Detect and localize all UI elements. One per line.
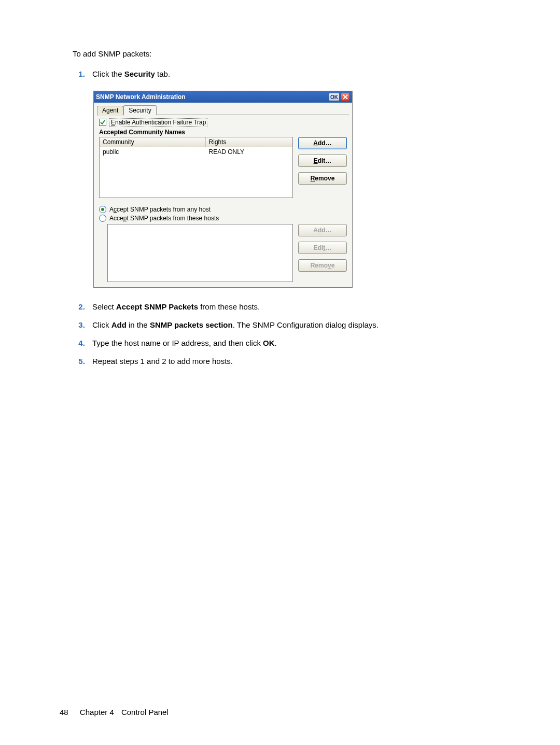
edit-host-button: Edit… bbox=[298, 242, 347, 254]
chapter-label: Chapter 4 bbox=[80, 708, 114, 716]
steps-top: Click the Security tab. bbox=[73, 69, 503, 78]
snmp-dialog: SNMP Network Administration OK Agent Sec… bbox=[93, 91, 353, 288]
step-1-pre: Click the bbox=[92, 69, 124, 78]
close-icon bbox=[343, 94, 348, 100]
tab-bar: Agent Security bbox=[97, 105, 349, 115]
dialog-title: SNMP Network Administration bbox=[96, 93, 327, 101]
step-5: Repeat steps 1 and 2 to add more hosts. bbox=[87, 357, 503, 366]
step-3-text: Click Add in the SNMP packets section. T… bbox=[92, 320, 379, 329]
intro-text: To add SNMP packets: bbox=[73, 49, 503, 58]
radio-dot-icon bbox=[101, 208, 104, 211]
step-1-post: tab. bbox=[155, 69, 170, 78]
step-5-text: Repeat steps 1 and 2 to add more hosts. bbox=[92, 357, 233, 366]
hosts-listview[interactable] bbox=[107, 224, 293, 282]
step-1-bold: Security bbox=[124, 69, 155, 78]
steps-bottom: Select Accept SNMP Packets from these ho… bbox=[73, 302, 503, 366]
step-2: Select Accept SNMP Packets from these ho… bbox=[87, 302, 503, 311]
page-footer: 48 Chapter 4 Control Panel bbox=[60, 708, 169, 716]
radio-any-label: Accept SNMP packets from any host bbox=[109, 206, 211, 213]
chapter-title: Control Panel bbox=[121, 708, 169, 716]
close-button[interactable] bbox=[341, 93, 350, 101]
enable-trap-checkbox[interactable] bbox=[99, 119, 106, 126]
accepted-names-title: Accepted Community Names bbox=[99, 129, 349, 136]
listview-headers: Community Rights bbox=[100, 137, 292, 147]
remove-community-button[interactable]: Remove bbox=[298, 172, 347, 185]
tab-security[interactable]: Security bbox=[123, 105, 156, 115]
edit-community-button[interactable]: Edit… bbox=[298, 154, 347, 167]
title-bar: SNMP Network Administration OK bbox=[94, 91, 352, 103]
remove-host-button: Remove bbox=[298, 259, 347, 272]
col-community[interactable]: Community bbox=[100, 137, 206, 147]
step-4-text: Type the host name or IP address, and th… bbox=[92, 339, 277, 347]
radio-these-hosts[interactable] bbox=[99, 215, 106, 222]
page-number: 48 bbox=[60, 708, 68, 716]
community-listview[interactable]: Community Rights public READ ONLY bbox=[99, 137, 293, 198]
cell-community: public bbox=[100, 147, 206, 157]
add-host-button: Add… bbox=[298, 224, 347, 236]
step-1: Click the Security tab. bbox=[87, 69, 503, 78]
radio-any-host[interactable] bbox=[99, 206, 106, 213]
cell-rights: READ ONLY bbox=[206, 147, 292, 157]
enable-trap-label: Enable Authentication Failure Trap bbox=[109, 118, 207, 126]
radio-these-label: Accept SNMP packets from these hosts bbox=[109, 215, 219, 222]
tab-agent[interactable]: Agent bbox=[97, 106, 123, 116]
step-3: Click Add in the SNMP packets section. T… bbox=[87, 320, 503, 329]
checkmark-icon bbox=[100, 120, 105, 125]
step-2-text: Select Accept SNMP Packets from these ho… bbox=[92, 302, 260, 311]
col-rights[interactable]: Rights bbox=[206, 137, 292, 147]
add-community-button[interactable]: Add… bbox=[298, 137, 347, 149]
step-4: Type the host name or IP address, and th… bbox=[87, 339, 503, 347]
ok-button[interactable]: OK bbox=[329, 93, 340, 101]
table-row[interactable]: public READ ONLY bbox=[100, 147, 292, 157]
